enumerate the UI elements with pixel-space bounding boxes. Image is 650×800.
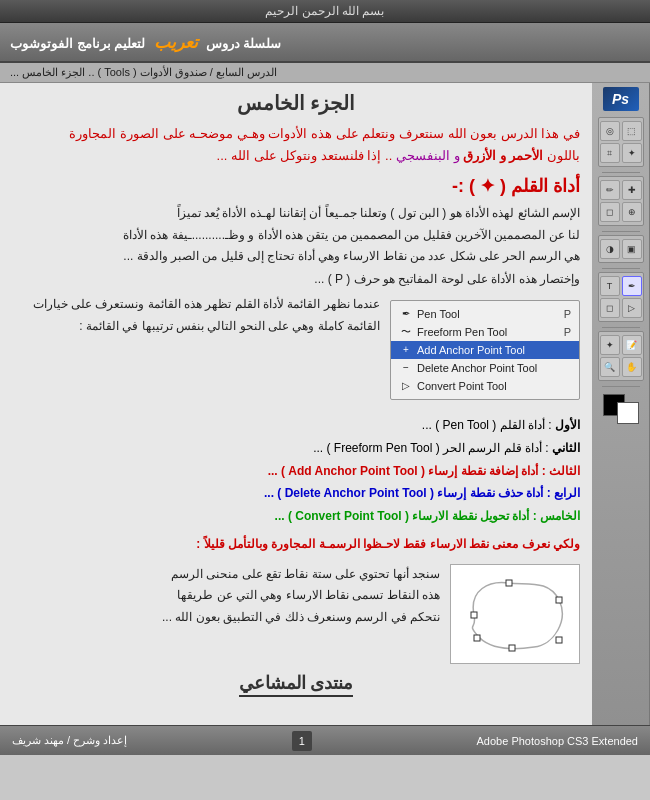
eyedropper-tool[interactable]: ✦	[600, 335, 620, 355]
svg-rect-4	[509, 645, 515, 651]
intro-text: في هذا الدرس بعون الله سنتعرف ونتعلم على…	[12, 123, 580, 167]
add-anchor-icon: +	[399, 343, 413, 357]
tool-row-7: ▷ ◻	[600, 298, 642, 318]
svg-rect-1	[506, 580, 512, 586]
separator-5	[602, 386, 640, 387]
svg-rect-5	[474, 635, 480, 641]
drawing-title: ولكي نعرف معنى نقط الارساء فقط لاحـظوا ا…	[12, 534, 580, 556]
color-red: الأحمر و الأزرق	[463, 148, 543, 163]
freeform-shortcut: P	[564, 326, 571, 338]
tool-group-2: ✚ ✏ ⊕ ◻	[598, 176, 644, 226]
pen-label: Pen Tool	[417, 308, 460, 320]
tool-row-2: ✦ ⌗	[600, 143, 642, 163]
wand-tool[interactable]: ✦	[622, 143, 642, 163]
item3-order: الثالث	[549, 464, 580, 478]
drawing-text-3: نتحكم في الرسم وسنعرف ذلك في التطبيق بعو…	[12, 607, 440, 629]
svg-rect-2	[556, 597, 562, 603]
tool-popup-menu: ✒ Pen Tool P 〜 Freeform Pen Tool P + Add…	[390, 300, 580, 400]
brand-logo: تعريب	[149, 33, 198, 52]
body-text-1: الإسم الشائع لهذه الأداة هو ( البن تول )…	[12, 203, 580, 268]
path-tool[interactable]: ▷	[622, 298, 642, 318]
tool-row-3: ✚ ✏	[600, 180, 642, 200]
tool-row-1: ⬚ ◎	[600, 121, 642, 141]
content-area: الجزء الخامس في هذا الدرس بعون الله سنتع…	[0, 83, 592, 725]
page-number: 1	[292, 731, 312, 751]
menu-item-convert[interactable]: ▷ Convert Point Tool	[391, 377, 579, 395]
shortcut-text: وإختصار هذه الأداة على لوحة المفاتيح هو …	[12, 272, 580, 286]
tool-group-4: ✒ T ▷ ◻	[598, 272, 644, 322]
intro-line2: باللون الأحمر و الأزرق و البنفسجي .. إذا…	[217, 148, 580, 163]
separator-3	[602, 268, 640, 269]
drawing-section: سنجد أنها تحتوي على ستة نقاط تقع على منح…	[12, 564, 580, 664]
menu-description: عندما نظهر القائمة لأداة القلم تظهر هذه …	[12, 294, 390, 341]
section-title: أداة القلم ( ✦ ) :-	[12, 175, 580, 197]
menu-item-pen[interactable]: ✒ Pen Tool P	[391, 305, 579, 323]
marquee-tool[interactable]: ⬚	[622, 121, 642, 141]
drawing-text-2: هذه النقاط تسمى نقاط الارساء وهي التي عن…	[12, 585, 440, 607]
bottom-bar: Adobe Photoshop CS3 Extended 1 إعداد وشر…	[0, 725, 650, 755]
shape-tool[interactable]: ◻	[600, 298, 620, 318]
tool-row-6: ✒ T	[600, 276, 642, 296]
list-item-5: الخامس : أداة تحويل نقطة الارساء ( Conve…	[12, 505, 580, 528]
brand-text: سلسلة دروس تعريب لتعليم برنامج الفوتوشوب	[10, 32, 281, 53]
svg-rect-3	[556, 637, 562, 643]
menu-item-freeform[interactable]: 〜 Freeform Pen Tool P	[391, 323, 579, 341]
pen-icon: ✒	[399, 307, 413, 321]
tool-row-8: 📝 ✦	[600, 335, 642, 355]
list-item-2: الثاني : أداة قلم الرسم الحر ( Freeform …	[12, 437, 580, 460]
freeform-icon: 〜	[399, 325, 413, 339]
separator-1	[602, 172, 640, 173]
top-header: بسم الله الرحمن الرحيم	[0, 0, 650, 23]
menu-item-add-anchor[interactable]: + Add Anchor Point Tool	[391, 341, 579, 359]
forum-text: منتدى المشاعي	[239, 673, 354, 697]
dodge-tool[interactable]: ◑	[600, 239, 620, 259]
tool-group-5: 📝 ✦ ✋ 🔍	[598, 331, 644, 381]
item5-order: الخامس	[540, 509, 580, 523]
eraser-tool[interactable]: ◻	[600, 202, 620, 222]
convert-label: Convert Point Tool	[417, 380, 507, 392]
tool-group-1: ⬚ ◎ ✦ ⌗	[598, 117, 644, 167]
background-color[interactable]	[617, 402, 639, 424]
lesson-bar: الدرس السابع / صندوق الأدوات ( Tools ) .…	[0, 63, 650, 83]
gradient-tool[interactable]: ▣	[622, 239, 642, 259]
tool-row-9: ✋ 🔍	[600, 357, 642, 377]
clone-tool[interactable]: ⊕	[622, 202, 642, 222]
convert-icon: ▷	[399, 379, 413, 393]
forum-link[interactable]: منتدى المشاعي	[12, 672, 580, 694]
item2-order: الثاني	[552, 441, 580, 455]
ps-logo: Ps	[603, 87, 639, 111]
brand-bar: سلسلة دروس تعريب لتعليم برنامج الفوتوشوب	[0, 23, 650, 63]
footer-left: Adobe Photoshop CS3 Extended	[477, 735, 638, 747]
tool-row-4: ⊕ ◻	[600, 202, 642, 222]
item1-order: الأول	[555, 418, 580, 432]
drawing-canvas	[450, 564, 580, 664]
drawing-text: سنجد أنها تحتوي على ستة نقاط تقع على منح…	[12, 564, 440, 629]
tool-row-5: ▣ ◑	[600, 239, 642, 259]
zoom-tool[interactable]: 🔍	[600, 357, 620, 377]
text-tool[interactable]: T	[600, 276, 620, 296]
separator-2	[602, 231, 640, 232]
sidebar-tools: Ps ⬚ ◎ ✦ ⌗ ✚ ✏ ⊕ ◻ ▣	[592, 83, 650, 725]
notes-tool[interactable]: 📝	[622, 335, 642, 355]
crop-tool[interactable]: ⌗	[600, 143, 620, 163]
freeform-label: Freeform Pen Tool	[417, 326, 507, 338]
brush-tool[interactable]: ✏	[600, 180, 620, 200]
lasso-tool[interactable]: ◎	[600, 121, 620, 141]
footer-right: إعداد وشرح / مهند شريف	[12, 734, 127, 747]
brand-suffix: لتعليم برنامج الفوتوشوب	[10, 36, 145, 51]
heal-tool[interactable]: ✚	[622, 180, 642, 200]
item4-order: الرابع	[554, 486, 580, 500]
list-item-4: الرابع : أداة حذف نقطة إرساء ( Delete An…	[12, 482, 580, 505]
add-anchor-label: Add Anchor Point Tool	[417, 344, 525, 356]
separator-4	[602, 327, 640, 328]
svg-rect-0	[471, 612, 477, 618]
color-swatch[interactable]	[603, 394, 639, 424]
section-label: أداة القلم ( ✦ ) :-	[452, 176, 580, 196]
list-items: الأول : أداة القلم ( Pen Tool ) ... الثا…	[12, 414, 580, 528]
lesson-text: الدرس السابع / صندوق الأدوات ( Tools ) .…	[10, 66, 277, 79]
delete-anchor-icon: −	[399, 361, 413, 375]
pen-tool[interactable]: ✒	[622, 276, 642, 296]
delete-anchor-label: Delete Anchor Point Tool	[417, 362, 537, 374]
hand-tool[interactable]: ✋	[622, 357, 642, 377]
menu-item-delete-anchor[interactable]: − Delete Anchor Point Tool	[391, 359, 579, 377]
